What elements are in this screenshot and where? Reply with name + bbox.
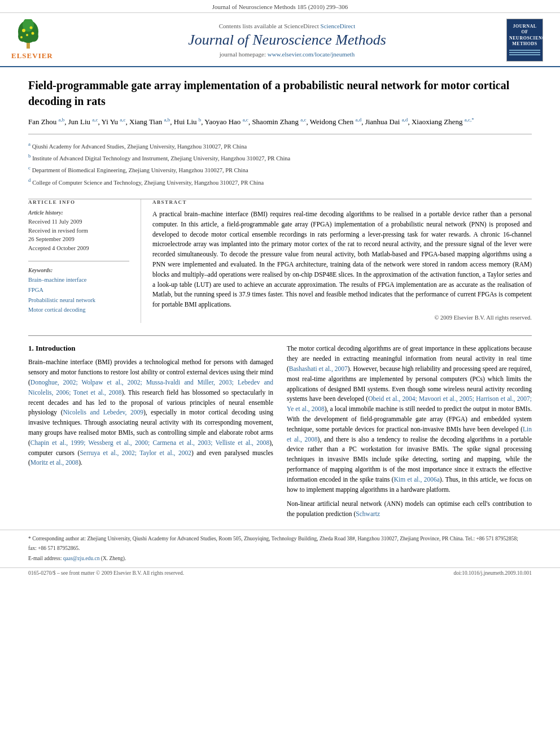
body-right-col: The motor cortical decoding algorithms a… xyxy=(287,344,532,524)
journal-badge: JOURNAL OFNEUROSCIENCEMETHODS xyxy=(506,19,543,62)
elsevier-logo: ELSEVIER xyxy=(11,19,68,60)
intro-para-1: Brain–machine interface (BMI) provides a… xyxy=(28,357,273,468)
body-left-col: 1. Introduction Brain–machine interface … xyxy=(28,344,273,524)
body-divider xyxy=(28,335,532,336)
affil-c: c Department of Biomedical Engineering, … xyxy=(28,164,532,175)
keyword-1: Brain–machine interface xyxy=(28,275,129,285)
journal-title-block: Contents lists available at ScienceDirec… xyxy=(68,23,506,58)
badge-decoration xyxy=(509,50,540,55)
sciencedirect-link: Contents lists available at ScienceDirec… xyxy=(79,23,495,29)
ref-lin[interactable]: Lin et al., 2008 xyxy=(287,426,532,443)
article-header: Field-programmable gate array implementa… xyxy=(0,67,560,199)
keywords-heading: Keywords: xyxy=(28,267,129,273)
keywords-block: Keywords: Brain–machine interface FPGA P… xyxy=(28,267,129,315)
svg-point-9 xyxy=(20,36,23,38)
accepted-date: Accepted 4 October 2009 xyxy=(28,244,129,253)
revised-date: Received in revised form26 September 200… xyxy=(28,226,129,244)
article-info-col: ARTICLE INFO Article history: Received 1… xyxy=(28,199,141,323)
footnotes: * Corresponding author at: Zhejiang Univ… xyxy=(0,530,560,567)
badge-title: JOURNAL OFNEUROSCIENCEMETHODS xyxy=(509,24,540,47)
article-history-block: Article history: Received 11 July 2009 R… xyxy=(28,209,129,253)
keyword-2: FPGA xyxy=(28,285,129,295)
affil-b: b Institute of Advanced Digital Technolo… xyxy=(28,152,532,163)
svg-point-5 xyxy=(22,29,25,32)
elsevier-wordmark: ELSEVIER xyxy=(11,51,53,60)
journal-homepage: journal homepage: www.elsevier.com/locat… xyxy=(79,51,495,58)
journal-title: Journal of Neuroscience Methods xyxy=(79,32,495,49)
and-text: and xyxy=(196,449,206,456)
abstract-label: ABSTRACT xyxy=(152,199,532,205)
page: Journal of Neuroscience Methods 185 (201… xyxy=(0,0,560,747)
ref-schwartz[interactable]: Schwartz xyxy=(356,510,380,517)
intro-para-right-1: The motor cortical decoding algorithms a… xyxy=(287,344,532,495)
svg-point-2 xyxy=(18,30,27,42)
article-title: Field-programmable gate array implementa… xyxy=(28,77,532,109)
affil-a: a Qiushi Academy for Advanced Studies, Z… xyxy=(28,140,532,151)
affiliations: a Qiushi Academy for Advanced Studies, Z… xyxy=(28,140,532,187)
intro-para-right-2: Non-linear artificial neural network (AN… xyxy=(287,499,532,519)
abstract-text: A practical brain–machine interface (BMI… xyxy=(152,209,532,310)
ref-donoghue[interactable]: Donoghue, 2002; Wolpaw et al., 2002; Mus… xyxy=(28,379,273,396)
affil-d: d College of Computer Science and Techno… xyxy=(28,176,532,187)
bottom-bar: 0165-0270/$ – see front matter © 2009 El… xyxy=(0,567,560,578)
received-date: Received 11 July 2009 xyxy=(28,217,129,226)
two-col-body: 1. Introduction Brain–machine interface … xyxy=(28,344,532,524)
doi-line: doi:10.1016/j.jneumeth.2009.10.001 xyxy=(453,570,532,576)
svg-point-6 xyxy=(30,27,33,29)
ref-nicolelis[interactable]: Nicolelis and Lebedev, 2009 xyxy=(63,409,144,416)
svg-point-8 xyxy=(32,32,34,35)
issn-line: 0165-0270/$ – see front matter © 2009 El… xyxy=(28,570,184,576)
fax-note: fax: +86 571 87952865. xyxy=(28,544,532,552)
keywords-list: Brain–machine interface FPGA Probabilist… xyxy=(28,275,129,315)
abstract-col: ABSTRACT A practical brain–machine inter… xyxy=(141,199,532,323)
elsevier-tree-icon xyxy=(11,19,45,50)
journal-ref-text: Journal of Neuroscience Methods 185 (201… xyxy=(212,3,348,10)
authors-line: Fan Zhou a,b, Jun Liu a,c, Yi Yu a,c, Xi… xyxy=(28,116,532,128)
copyright-line: © 2009 Elsevier B.V. All rights reserved… xyxy=(152,314,532,321)
keyword-3: Probabilistic neural network xyxy=(28,295,129,305)
homepage-link[interactable]: www.elsevier.com/locate/jneumeth xyxy=(268,51,355,58)
svg-point-3 xyxy=(29,30,38,42)
corresponding-author-note: * Corresponding author at: Zhejiang Univ… xyxy=(28,535,532,543)
journal-header: ELSEVIER Contents lists available at Sci… xyxy=(0,13,560,67)
keyword-4: Motor cortical decoding xyxy=(28,305,129,315)
history-heading: Article history: xyxy=(28,209,129,216)
ref-moritz[interactable]: Moritz et al., 2008 xyxy=(30,459,78,466)
email-note: E-mail address: qaas@zju.edu.cn (X. Zhen… xyxy=(28,554,532,562)
ref-chapin[interactable]: Chapin et al., 1999; Wessberg et al., 20… xyxy=(30,439,269,446)
email-link[interactable]: qaas@zju.edu.cn xyxy=(63,556,100,561)
ref-obeid[interactable]: Obeid et al., 2004; Mavoori et al., 2005… xyxy=(287,395,532,412)
ref-bashashati[interactable]: Bashashati et al., 2007 xyxy=(289,365,348,372)
info-abstract-section: ARTICLE INFO Article history: Received 1… xyxy=(0,199,560,323)
intro-heading: 1. Introduction xyxy=(28,344,273,353)
keywords-divider xyxy=(28,261,129,261)
ref-serruya[interactable]: Serruya et al., 2002; Taylor et al., 200… xyxy=(80,449,191,456)
article-info-label: ARTICLE INFO xyxy=(28,199,129,205)
ref-kim[interactable]: Kim et al., 2006a xyxy=(394,476,440,483)
body-section: 1. Introduction Brain–machine interface … xyxy=(0,323,560,524)
svg-point-7 xyxy=(26,34,28,36)
affil-divider xyxy=(28,134,532,134)
journal-reference: Journal of Neuroscience Methods 185 (201… xyxy=(0,0,560,13)
